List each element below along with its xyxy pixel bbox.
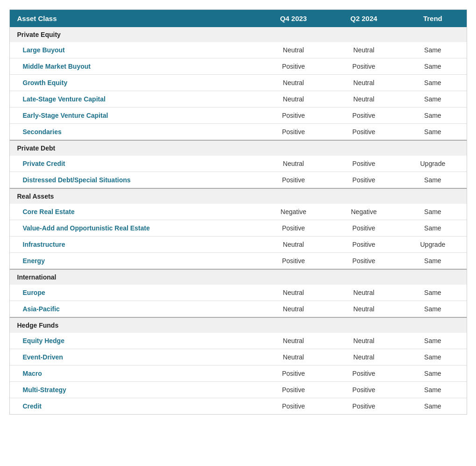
- header-asset-class: Asset Class: [10, 10, 258, 27]
- asset-class-name: Macro: [10, 366, 258, 382]
- q2-2024-value: Positive: [329, 237, 399, 253]
- header-q2-2024: Q2 2024: [329, 10, 399, 27]
- q4-2023-value: Positive: [258, 58, 329, 75]
- table-row: EnergyPositivePositiveSame: [10, 253, 467, 270]
- q2-2024-value: Neutral: [329, 285, 399, 301]
- table-row: Value-Add and Opportunistic Real EstateP…: [10, 220, 467, 237]
- q4-2023-value: Neutral: [258, 301, 329, 318]
- category-row: Private Equity: [10, 27, 467, 42]
- table-row: Core Real EstateNegativeNegativeSame: [10, 204, 467, 220]
- trend-value: Same: [399, 108, 466, 124]
- trend-value: Same: [399, 220, 466, 237]
- trend-value: Same: [399, 349, 466, 366]
- trend-value: Same: [399, 75, 466, 91]
- asset-class-name: Energy: [10, 253, 258, 270]
- table-row: InfrastructureNeutralPositiveUpgrade: [10, 237, 467, 253]
- trend-value: Same: [399, 124, 466, 141]
- q4-2023-value: Neutral: [258, 333, 329, 349]
- q2-2024-value: Negative: [329, 204, 399, 220]
- trend-value: Upgrade: [399, 237, 466, 253]
- q4-2023-value: Neutral: [258, 42, 329, 58]
- q2-2024-value: Neutral: [329, 349, 399, 366]
- asset-class-name: Core Real Estate: [10, 204, 258, 220]
- table-row: EuropeNeutralNeutralSame: [10, 285, 467, 301]
- q2-2024-value: Neutral: [329, 333, 399, 349]
- q4-2023-value: Neutral: [258, 75, 329, 91]
- trend-value: Same: [399, 398, 466, 415]
- q2-2024-value: Positive: [329, 156, 399, 172]
- asset-class-name: Multi-Strategy: [10, 382, 258, 398]
- q4-2023-value: Positive: [258, 172, 329, 189]
- table-row: SecondariesPositivePositiveSame: [10, 124, 467, 141]
- asset-class-name: Infrastructure: [10, 237, 258, 253]
- table-row: Early-Stage Venture CapitalPositivePosit…: [10, 108, 467, 124]
- asset-class-name: Value-Add and Opportunistic Real Estate: [10, 220, 258, 237]
- asset-class-name: Equity Hedge: [10, 333, 258, 349]
- q2-2024-value: Neutral: [329, 301, 399, 318]
- q2-2024-value: Positive: [329, 58, 399, 75]
- trend-value: Same: [399, 91, 466, 108]
- category-label: Private Equity: [10, 27, 467, 42]
- q2-2024-value: Neutral: [329, 42, 399, 58]
- q4-2023-value: Neutral: [258, 285, 329, 301]
- main-table-container: Asset Class Q4 2023 Q2 2024 Trend Privat…: [9, 9, 467, 415]
- q2-2024-value: Positive: [329, 220, 399, 237]
- table-header-row: Asset Class Q4 2023 Q2 2024 Trend: [10, 10, 467, 27]
- table-row: Large BuyoutNeutralNeutralSame: [10, 42, 467, 58]
- header-q4-2023: Q4 2023: [258, 10, 329, 27]
- category-row: International: [10, 269, 467, 285]
- table-row: Growth EquityNeutralNeutralSame: [10, 75, 467, 91]
- q2-2024-value: Neutral: [329, 91, 399, 108]
- category-label: International: [10, 269, 467, 285]
- asset-class-name: Growth Equity: [10, 75, 258, 91]
- q4-2023-value: Positive: [258, 382, 329, 398]
- q4-2023-value: Positive: [258, 253, 329, 270]
- q2-2024-value: Positive: [329, 172, 399, 189]
- category-label: Real Assets: [10, 188, 467, 204]
- table-row: Asia-PacificNeutralNeutralSame: [10, 301, 467, 318]
- trend-value: Same: [399, 204, 466, 220]
- category-label: Private Debt: [10, 140, 467, 156]
- q2-2024-value: Positive: [329, 398, 399, 415]
- table-row: Equity HedgeNeutralNeutralSame: [10, 333, 467, 349]
- asset-class-name: Middle Market Buyout: [10, 58, 258, 75]
- table-row: Middle Market BuyoutPositivePositiveSame: [10, 58, 467, 75]
- trend-value: Same: [399, 253, 466, 270]
- trend-value: Same: [399, 42, 466, 58]
- category-row: Private Debt: [10, 140, 467, 156]
- category-row: Hedge Funds: [10, 317, 467, 333]
- asset-class-name: Late-Stage Venture Capital: [10, 91, 258, 108]
- category-label: Hedge Funds: [10, 317, 467, 333]
- table-row: MacroPositivePositiveSame: [10, 366, 467, 382]
- q4-2023-value: Negative: [258, 204, 329, 220]
- q2-2024-value: Positive: [329, 253, 399, 270]
- trend-value: Same: [399, 382, 466, 398]
- q4-2023-value: Neutral: [258, 156, 329, 172]
- table-row: Event-DrivenNeutralNeutralSame: [10, 349, 467, 366]
- asset-class-name: Secondaries: [10, 124, 258, 141]
- q2-2024-value: Neutral: [329, 75, 399, 91]
- q4-2023-value: Positive: [258, 220, 329, 237]
- q4-2023-value: Positive: [258, 108, 329, 124]
- table-row: CreditPositivePositiveSame: [10, 398, 467, 415]
- q2-2024-value: Positive: [329, 108, 399, 124]
- asset-class-name: Event-Driven: [10, 349, 258, 366]
- q2-2024-value: Positive: [329, 382, 399, 398]
- header-trend: Trend: [399, 10, 466, 27]
- trend-value: Same: [399, 333, 466, 349]
- table-row: Distressed Debt/Special SituationsPositi…: [10, 172, 467, 189]
- table-row: Private CreditNeutralPositiveUpgrade: [10, 156, 467, 172]
- q4-2023-value: Positive: [258, 366, 329, 382]
- trend-value: Same: [399, 172, 466, 189]
- trend-value: Upgrade: [399, 156, 466, 172]
- asset-class-name: Large Buyout: [10, 42, 258, 58]
- q4-2023-value: Positive: [258, 124, 329, 141]
- q4-2023-value: Neutral: [258, 91, 329, 108]
- trend-value: Same: [399, 301, 466, 318]
- q4-2023-value: Neutral: [258, 237, 329, 253]
- table-row: Multi-StrategyPositivePositiveSame: [10, 382, 467, 398]
- table-row: Late-Stage Venture CapitalNeutralNeutral…: [10, 91, 467, 108]
- asset-class-name: Asia-Pacific: [10, 301, 258, 318]
- asset-class-name: Private Credit: [10, 156, 258, 172]
- trend-value: Same: [399, 366, 466, 382]
